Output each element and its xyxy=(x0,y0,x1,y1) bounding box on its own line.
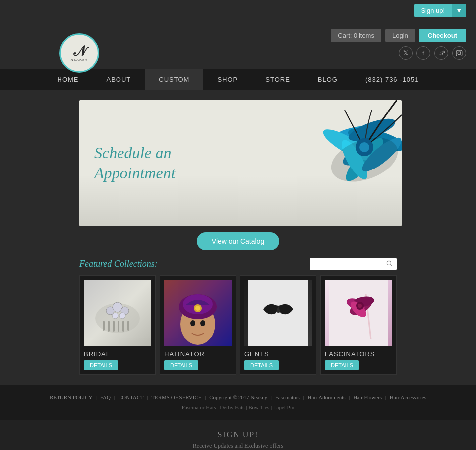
svg-point-1 xyxy=(458,52,461,55)
catalog-section: View our Catalog xyxy=(0,232,476,250)
signup-subtitle: Receive Updates and Exclusive offers xyxy=(10,442,466,450)
footer-sep2: | xyxy=(114,394,117,400)
svg-rect-20 xyxy=(118,321,119,332)
collection-card-bridal: BRIDAL DETAILS xyxy=(79,275,156,375)
footer-terms[interactable]: TERMS OF SERVICE xyxy=(151,394,201,400)
signup-section-title: SIGN UP! xyxy=(10,430,466,439)
featured-header: Featured Collections: xyxy=(0,258,476,270)
logo-sub-text: NEAKEY xyxy=(71,58,88,62)
svg-rect-0 xyxy=(456,50,462,56)
search-button[interactable] xyxy=(386,260,393,268)
hatinator-img-svg xyxy=(168,280,228,346)
hatinator-image xyxy=(164,280,232,346)
bridal-name: BRIDAL xyxy=(84,350,151,358)
nav-store[interactable]: STORE xyxy=(251,69,304,90)
hero-line2: Appointment xyxy=(94,165,176,182)
collection-card-hatinator: HATINATOR DETAILS xyxy=(160,275,236,375)
signup-section: SIGN UP! Receive Updates and Exclusive o… xyxy=(0,420,476,450)
catalog-button[interactable]: View our Catalog xyxy=(197,232,279,250)
hero-banner: Schedule an Appointment xyxy=(79,100,402,226)
footer-links: RETURN POLICY | FAQ | CONTACT | TERMS OF… xyxy=(10,394,466,400)
svg-point-45 xyxy=(358,304,362,308)
footer-sep3: | xyxy=(147,394,149,400)
signup-group: Sign up! ▼ xyxy=(414,4,466,17)
signup-arrow-button[interactable]: ▼ xyxy=(452,4,466,17)
footer-lapel-pin-link[interactable]: Lapel Pin xyxy=(273,404,294,410)
svg-rect-18 xyxy=(108,321,110,332)
svg-point-14 xyxy=(387,261,391,265)
svg-rect-17 xyxy=(103,321,105,331)
cart-button[interactable]: Cart: 0 items xyxy=(331,29,381,42)
footer-sep7: | xyxy=(349,394,351,400)
collections-grid: BRIDAL DETAILS xyxy=(0,275,476,375)
footer-derby-hats-link[interactable]: Derby Hats xyxy=(220,404,244,410)
twitter-icon[interactable]: 𝕏 xyxy=(399,46,413,60)
footer-hair-accessories-link[interactable]: Hair Accessories xyxy=(390,394,426,400)
footer-contact[interactable]: CONTACT xyxy=(119,394,144,400)
footer-bow-ties-link[interactable]: Bow Ties xyxy=(248,404,269,410)
signup-button[interactable]: Sign up! xyxy=(414,4,452,17)
logo-inner: 𝒩 NEAKEY xyxy=(71,44,88,62)
logo-area: 𝒩 NEAKEY xyxy=(60,33,99,73)
hero-flower-svg xyxy=(268,100,402,226)
checkout-button[interactable]: Checkout xyxy=(419,29,466,42)
svg-rect-36 xyxy=(248,280,308,346)
gents-image xyxy=(244,280,312,346)
fascinators-name: FASCINATORS xyxy=(325,350,392,358)
footer-fascinators-link[interactable]: Fascinators xyxy=(275,394,300,400)
svg-point-34 xyxy=(190,320,195,326)
footer-sep4: | xyxy=(205,394,207,400)
search-input[interactable] xyxy=(314,260,386,268)
featured-title: Featured Collections: xyxy=(79,259,158,269)
hero-text: Schedule an Appointment xyxy=(94,143,176,184)
footer-faq[interactable]: FAQ xyxy=(100,394,111,400)
svg-point-13 xyxy=(359,142,369,152)
footer: RETURN POLICY | FAQ | CONTACT | TERMS OF… xyxy=(0,385,476,420)
gents-details-button[interactable]: DETAILS xyxy=(244,360,279,370)
bridal-details-button[interactable]: DETAILS xyxy=(84,360,118,370)
header-right: Cart: 0 items Login Checkout 𝕏 f 𝒫 xyxy=(331,29,466,60)
fascinators-image xyxy=(325,280,392,346)
footer-fascinator-hats-link[interactable]: Fascinator Hats xyxy=(182,404,216,410)
footer-sep1: | xyxy=(96,394,98,400)
collection-card-gents: GENTS DETAILS xyxy=(240,275,316,375)
nav-blog[interactable]: BLOG xyxy=(304,69,352,90)
hatinator-details-button[interactable]: DETAILS xyxy=(164,360,198,370)
nav-about[interactable]: ABOUT xyxy=(93,69,145,90)
footer-sub-links: Fascinator Hats | Derby Hats | Bow Ties … xyxy=(10,404,466,410)
footer-sep5: | xyxy=(271,394,273,400)
nav-shop[interactable]: SHOP xyxy=(203,69,251,90)
footer-copyright: Copyright © 2017 Neakey xyxy=(209,394,267,400)
social-icons: 𝕏 f 𝒫 xyxy=(399,46,466,60)
footer-sep8: | xyxy=(385,394,388,400)
fascinators-img-svg xyxy=(329,280,388,346)
top-bar: Sign up! ▼ xyxy=(0,0,476,19)
pinterest-icon[interactable]: 𝒫 xyxy=(434,46,448,60)
svg-point-35 xyxy=(200,320,205,326)
search-box xyxy=(310,258,397,270)
svg-point-33 xyxy=(195,306,200,311)
svg-point-27 xyxy=(119,313,125,319)
login-button[interactable]: Login xyxy=(385,29,415,42)
instagram-icon[interactable] xyxy=(452,46,466,60)
facebook-icon[interactable]: f xyxy=(416,46,430,60)
nav-custom[interactable]: CUSTOM xyxy=(145,69,203,90)
footer-hair-flowers-link[interactable]: Hair Flowers xyxy=(353,394,382,400)
svg-line-15 xyxy=(391,265,392,266)
logo-letter: 𝒩 xyxy=(71,44,88,58)
footer-return-policy[interactable]: RETURN POLICY xyxy=(50,394,92,400)
footer-sep6: | xyxy=(303,394,306,400)
fascinators-details-button[interactable]: DETAILS xyxy=(325,360,359,370)
footer-hair-adornments-link[interactable]: Hair Adornments xyxy=(308,394,346,400)
svg-rect-19 xyxy=(113,321,115,332)
hatinator-name: HATINATOR xyxy=(164,350,232,358)
svg-rect-21 xyxy=(122,321,124,332)
header-actions: Cart: 0 items Login Checkout xyxy=(331,29,466,42)
nav-phone[interactable]: (832) 736 -1051 xyxy=(352,69,433,90)
svg-point-26 xyxy=(112,313,118,319)
svg-point-2 xyxy=(460,51,461,52)
page-wrapper: Sign up! ▼ 𝒩 NEAKEY Cart: 0 items Login … xyxy=(0,0,476,450)
collection-card-fascinators: FASCINATORS DETAILS xyxy=(320,275,397,375)
hero-line1: Schedule an xyxy=(94,144,172,162)
gents-img-svg xyxy=(248,280,308,346)
